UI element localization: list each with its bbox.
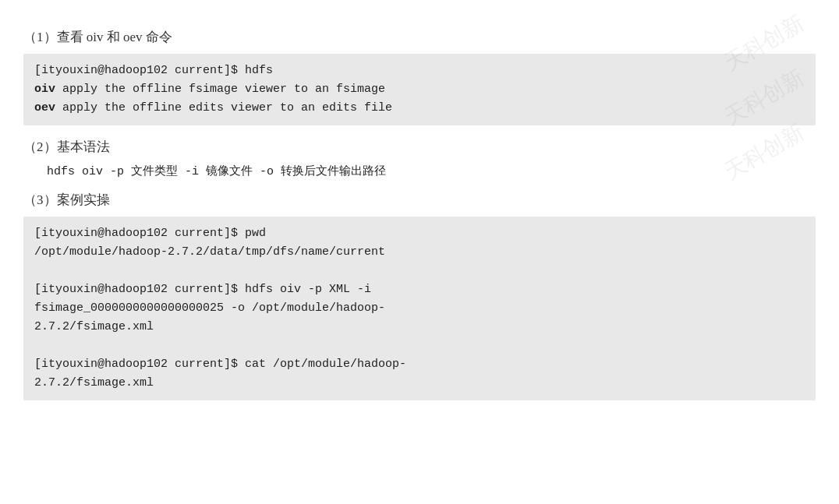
oev-label: oev [34,101,55,115]
code-line-s3-1: [ityouxin@hadoop102 current]$ pwd [34,224,805,243]
code-line-s3-2: /opt/module/hadoop-2.7.2/data/tmp/dfs/na… [34,243,805,262]
section-2-title: （2）基本语法 [23,138,816,156]
section-1: （1）查看 oiv 和 oev 命令 [ityouxin@hadoop102 c… [23,28,816,125]
code-line-3: oev apply the offline edits viewer to an… [34,99,805,118]
section-1-title: （1）查看 oiv 和 oev 命令 [23,28,816,46]
code-line-s3-6: 2.7.2/fsimage.xml [34,318,805,337]
code-line-s3-9: 2.7.2/fsimage.xml [34,374,805,393]
code-line-s3-7 [34,337,805,355]
code-line-s3-8: [ityouxin@hadoop102 current]$ cat /opt/m… [34,355,805,374]
code-line-s3-3 [34,262,805,280]
section-3-code-block: [ityouxin@hadoop102 current]$ pwd /opt/m… [23,217,816,400]
code-line-s3-5: fsimage_0000000000000000025 -o /opt/modu… [34,299,805,318]
section-3: （3）案例实操 [ityouxin@hadoop102 current]$ pw… [23,191,816,400]
code-line-2: oiv apply the offline fsimage viewer to … [34,80,805,99]
section-1-code-block: [ityouxin@hadoop102 current]$ hdfs oiv a… [23,54,816,125]
code-line-1: [ityouxin@hadoop102 current]$ hdfs [34,62,805,80]
section-2: （2）基本语法 hdfs oiv -p 文件类型 -i 镜像文件 -o 转换后文… [23,138,816,178]
code-line-s3-4: [ityouxin@hadoop102 current]$ hdfs oiv -… [34,280,805,299]
oiv-label: oiv [34,83,55,96]
section-2-code: hdfs oiv -p 文件类型 -i 镜像文件 -o 转换后文件输出路径 [47,164,816,178]
section-3-title: （3）案例实操 [23,191,816,209]
